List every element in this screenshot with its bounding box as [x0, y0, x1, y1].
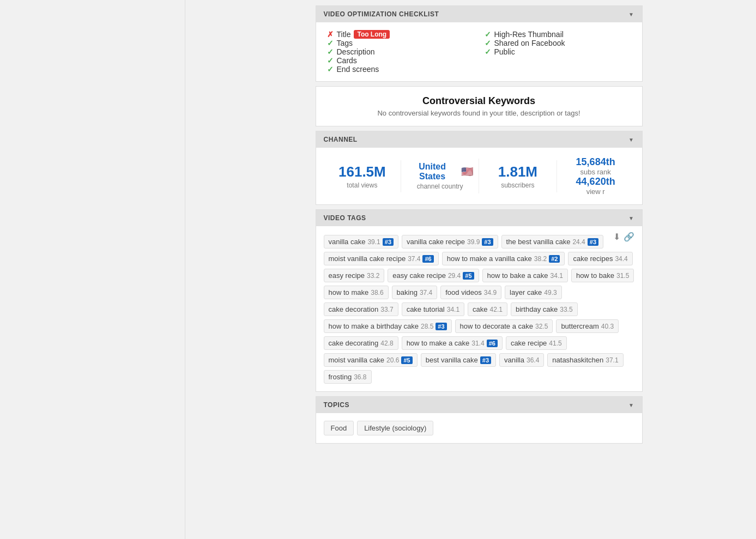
- checklist-item-tags: ✓ Tags: [327, 39, 474, 47]
- controversial-section: Controversial Keywords No controversial …: [316, 86, 643, 126]
- tag-text: layer cake: [510, 288, 542, 296]
- tag-item[interactable]: food videos 34.9: [440, 286, 501, 299]
- tag-score: 29.4: [448, 272, 461, 280]
- tag-score: 34.4: [615, 255, 627, 263]
- tag-item[interactable]: moist vanilla cake 20.6 #5: [324, 353, 418, 367]
- country-value: United States: [407, 162, 458, 181]
- tag-item[interactable]: how to bake a cake 34.1: [482, 269, 568, 282]
- channel-header: CHANNEL ▼: [316, 131, 642, 148]
- tag-rank: #3: [436, 323, 446, 330]
- tag-text: cake tutorial: [407, 305, 445, 313]
- rank1-value: 15,684th: [563, 156, 629, 168]
- tag-score: 32.5: [535, 323, 548, 330]
- tag-text: cake: [473, 305, 487, 313]
- checklist-label-thumbnail: High-Res Thumbnail: [494, 30, 564, 39]
- tag-score: 41.5: [549, 340, 561, 347]
- topics-arrow[interactable]: ▼: [628, 402, 634, 408]
- checklist-title: VIDEO OPTIMIZATION CHECKLIST: [324, 10, 439, 18]
- tag-text: how to make a birthday cake: [329, 322, 419, 330]
- check-icon-description: ✓: [327, 47, 334, 56]
- tag-item[interactable]: how to make 38.6: [324, 286, 389, 299]
- tag-rank: #3: [480, 356, 491, 364]
- channel-body: 161.5M total views United States 🇺🇸 chan…: [316, 148, 642, 204]
- tag-item[interactable]: easy cake recipe 29.4 #5: [388, 269, 479, 282]
- checklist-item-description: ✓ Description: [327, 47, 474, 56]
- country-label: channel country: [407, 183, 473, 190]
- checklist-item-public: ✓ Public: [485, 47, 631, 56]
- tag-text: how to decorate a cake: [460, 322, 533, 330]
- tag-item[interactable]: birthday cake 33.5: [511, 302, 578, 316]
- tag-text: frosting: [329, 373, 352, 381]
- channel-arrow[interactable]: ▼: [628, 137, 634, 143]
- video-tags-arrow[interactable]: ▼: [628, 215, 634, 221]
- tag-item[interactable]: moist vanilla cake recipe 37.4 #6: [324, 252, 439, 265]
- subscribers-label: subscribers: [485, 181, 551, 189]
- tag-item[interactable]: buttercream 40.3: [556, 319, 619, 333]
- tag-rank: #3: [383, 238, 394, 246]
- video-tags-header: VIDEO TAGS ▼: [316, 210, 642, 226]
- channel-subscribers: 1.81M subscribers: [479, 160, 557, 192]
- tag-item[interactable]: cake decorating 42.8: [324, 336, 398, 350]
- tag-item[interactable]: baking 37.4: [392, 286, 438, 299]
- tag-score: 36.8: [354, 373, 366, 381]
- tag-text: buttercream: [561, 322, 598, 330]
- tag-item[interactable]: how to make a birthday cake 28.5 #3: [324, 319, 452, 333]
- tag-item[interactable]: cake recipes 34.4: [568, 252, 632, 265]
- tag-item[interactable]: vanilla cake recipe 39.9 #3: [402, 235, 498, 249]
- tag-item[interactable]: how to make a vanilla cake 38.2 #2: [442, 252, 565, 265]
- checklist-label-tags: Tags: [337, 39, 353, 47]
- tag-item[interactable]: cake decoration 33.7: [324, 302, 398, 316]
- tag-rank: #6: [422, 255, 433, 263]
- tag-text: how to make a vanilla cake: [447, 255, 532, 263]
- tag-item[interactable]: cake 42.1: [468, 302, 507, 316]
- tag-item[interactable]: cake tutorial 34.1: [402, 302, 464, 316]
- tag-item[interactable]: layer cake 49.3: [505, 286, 562, 299]
- checklist-section: VIDEO OPTIMIZATION CHECKLIST ▼ ✗ Title T…: [316, 5, 643, 82]
- tag-item[interactable]: vanilla 36.4: [499, 353, 544, 367]
- tag-item[interactable]: how to decorate a cake 32.5: [455, 319, 553, 333]
- tag-text: vanilla cake recipe: [407, 238, 465, 246]
- total-views-value: 161.5M: [329, 163, 396, 180]
- check-icon-end-screens: ✓: [327, 65, 334, 74]
- link-icon[interactable]: 🔗: [624, 232, 634, 242]
- tag-item[interactable]: natashaskitchen 37.1: [547, 353, 623, 367]
- checklist-arrow[interactable]: ▼: [628, 11, 634, 17]
- left-sidebar: [0, 0, 185, 453]
- tag-score: 40.3: [601, 323, 614, 330]
- checklist-item-thumbnail: ✓ High-Res Thumbnail: [485, 30, 631, 39]
- check-icon-facebook: ✓: [485, 39, 491, 47]
- rank2-label: view r: [563, 187, 629, 196]
- tag-item[interactable]: easy recipe 33.2: [324, 269, 385, 282]
- tag-text: vanilla: [504, 356, 524, 364]
- tag-score: 33.2: [367, 272, 379, 280]
- tags-body: ⬇ 🔗 vanilla cake 39.1 #3vanilla cake rec…: [316, 226, 642, 391]
- tag-score: 28.5: [421, 323, 433, 330]
- tag-score: 39.1: [367, 238, 380, 246]
- tag-item[interactable]: cake recipe 41.5: [506, 336, 567, 350]
- check-icon-public: ✓: [485, 47, 491, 56]
- tag-score: 24.4: [572, 238, 585, 246]
- tag-item[interactable]: best vanilla cake #3: [421, 353, 496, 367]
- tag-text: cake recipes: [573, 255, 613, 263]
- country-flag: 🇺🇸: [461, 166, 473, 178]
- tag-item[interactable]: frosting 36.8: [324, 370, 372, 384]
- tag-rank: #5: [463, 272, 474, 280]
- tag-item[interactable]: how to bake 31.5: [571, 269, 634, 282]
- tag-score: 31.4: [471, 340, 484, 347]
- controversial-subtitle: No controversial keywords found in your …: [325, 109, 633, 117]
- video-tags-title: VIDEO TAGS: [324, 214, 366, 222]
- tag-score: 49.3: [544, 289, 557, 296]
- channel-total-views: 161.5M total views: [324, 160, 402, 192]
- tag-item[interactable]: vanilla cake 39.1 #3: [324, 235, 399, 249]
- tag-text: moist vanilla cake: [329, 356, 385, 364]
- tag-item[interactable]: the best vanilla cake 24.4 #3: [501, 235, 603, 249]
- checklist-label-end-screens: End screens: [337, 65, 379, 74]
- checklist-body: ✗ Title Too Long ✓ Tags ✓ Description: [316, 22, 642, 81]
- tag-score: 37.1: [606, 356, 618, 364]
- video-tags-section: VIDEO TAGS ▼ ⬇ 🔗 vanilla cake 39.1 #3van…: [316, 209, 643, 392]
- download-icon[interactable]: ⬇: [613, 232, 620, 242]
- tag-item[interactable]: how to make a cake 31.4 #6: [402, 336, 503, 350]
- tag-score: 34.1: [551, 272, 563, 280]
- tag-text: how to bake a cake: [487, 271, 548, 280]
- tag-text: easy cake recipe: [392, 271, 446, 280]
